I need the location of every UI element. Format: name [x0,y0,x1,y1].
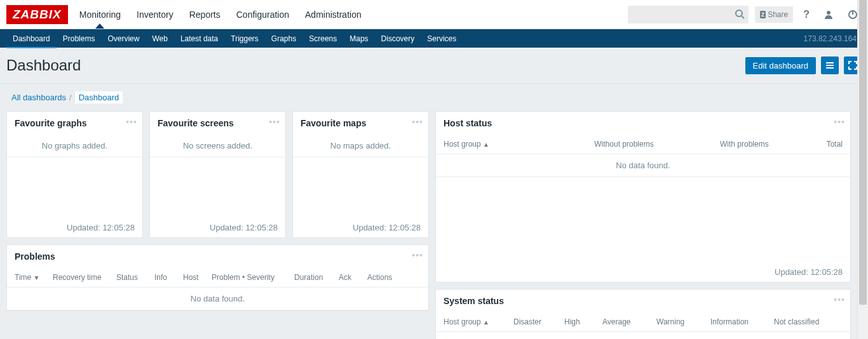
help-icon[interactable]: ? [799,6,813,23]
svg-rect-7 [826,67,834,69]
head-actions: Edit dashboard [745,56,862,74]
topnav-inventory[interactable]: Inventory [137,1,173,28]
subnav-screens[interactable]: Screens [302,29,343,48]
sub-bar: Dashboard Problems Overview Web Latest d… [0,29,868,48]
widget-updated: Updated: 12:05:28 [436,262,850,282]
search-icon[interactable] [735,9,745,19]
col-disaster[interactable]: Disaster [513,317,564,326]
server-ip: 173.82.243.164 [804,34,862,43]
col-duration[interactable]: Duration [294,273,339,282]
svg-point-2 [827,11,831,15]
widget-title: System status [436,289,850,312]
host-table-head: Host group ▲ Without problems With probl… [436,135,850,154]
col-host[interactable]: Host [183,273,212,282]
col-information[interactable]: Information [710,317,774,326]
search-wrap [628,6,749,23]
subnav-problems[interactable]: Problems [57,29,102,48]
breadcrumb-sep: / [66,93,75,102]
breadcrumb-root[interactable]: All dashboards [11,93,66,102]
subnav-discovery[interactable]: Discovery [375,29,421,48]
col-problem-severity[interactable]: Problem • Severity [212,273,294,282]
breadcrumb-current: Dashboard [75,91,123,103]
subnav-overview[interactable]: Overview [101,29,146,48]
col-with-problems[interactable]: With problems [684,140,804,149]
subnav-latest-data[interactable]: Latest data [174,29,224,48]
col-high[interactable]: High [564,317,602,326]
col-without-problems[interactable]: Without problems [564,140,684,149]
widget-menu-icon[interactable]: ••• [412,117,423,127]
widget-system-status: ••• System status Host group ▲ Disaster … [435,289,851,339]
widget-fav-graphs: ••• Favourite graphs No graphs added. Up… [6,111,143,238]
widget-menu-icon[interactable]: ••• [269,117,280,127]
widget-menu-icon[interactable]: ••• [126,117,137,127]
problems-table-head: Time ▼ Recovery time Status Info Host Pr… [7,268,428,288]
topnav-administration[interactable]: Administration [305,1,362,28]
fav-row: ••• Favourite graphs No graphs added. Up… [6,111,429,238]
col-actions[interactable]: Actions [367,273,392,282]
subnav-maps[interactable]: Maps [343,29,374,48]
sub-nav: Dashboard Problems Overview Web Latest d… [6,29,804,48]
dashboard-grid: ••• Favourite graphs No graphs added. Up… [0,111,868,339]
system-table-head: Host group ▲ Disaster High Average Warni… [436,312,850,332]
dashboard-list-button[interactable] [821,56,839,74]
col-average[interactable]: Average [602,317,656,326]
scrollbar-thumb[interactable] [859,0,867,305]
topnav-reports[interactable]: Reports [189,1,220,28]
col-status[interactable]: Status [116,273,154,282]
top-bar: ZABBIX Monitoring Inventory Reports Conf… [0,0,868,29]
right-column: ••• Host status Host group ▲ Without pro… [435,111,851,339]
share-button[interactable]: Z Share [755,6,794,23]
top-nav: Monitoring Inventory Reports Configurati… [79,1,628,28]
subnav-services[interactable]: Services [421,29,463,48]
col-info[interactable]: Info [154,273,183,282]
widget-empty: No screens added. [150,135,285,157]
svg-line-1 [742,16,744,18]
widget-menu-icon[interactable]: ••• [412,250,423,260]
widget-title: Favourite maps [293,112,428,135]
sort-asc-icon: ▲ [483,141,489,148]
scrollbar[interactable] [857,0,868,339]
subnav-web[interactable]: Web [146,29,173,48]
page-head: Dashboard Edit dashboard [0,48,868,84]
widget-title: Problems [7,245,428,268]
search-input[interactable] [628,6,749,23]
subnav-graphs[interactable]: Graphs [265,29,302,48]
col-ack[interactable]: Ack [339,273,367,282]
widget-updated: Updated: 12:05:28 [7,218,142,237]
subnav-triggers[interactable]: Triggers [224,29,265,48]
breadcrumb: All dashboards / Dashboard [0,84,868,111]
logo[interactable]: ZABBIX [6,5,68,24]
svg-rect-6 [826,65,834,66]
page-title: Dashboard [6,56,745,74]
share-label: Share [768,10,788,19]
widget-problems: ••• Problems Time ▼ Recovery time Status… [6,244,429,311]
widget-menu-icon[interactable]: ••• [834,295,845,305]
col-warning[interactable]: Warning [656,317,710,326]
widget-title: Host status [436,112,850,135]
widget-title: Favourite screens [150,112,285,135]
user-icon[interactable] [820,7,837,22]
topnav-configuration[interactable]: Configuration [236,1,289,28]
col-recovery[interactable]: Recovery time [53,273,116,282]
edit-dashboard-button[interactable]: Edit dashboard [745,57,816,74]
problems-nodata: No data found. [7,288,428,310]
col-time[interactable]: Time ▼ [15,273,53,282]
col-host-group[interactable]: Host group ▲ [444,317,513,326]
col-not-classified[interactable]: Not classified [774,317,819,326]
col-total[interactable]: Total [804,140,843,149]
system-nodata: No data found. [436,332,850,339]
widget-fav-screens: ••• Favourite screens No screens added. … [149,111,286,238]
host-nodata: No data found. [436,154,850,177]
widget-menu-icon[interactable]: ••• [834,117,845,127]
svg-rect-5 [826,62,834,63]
left-column: ••• Favourite graphs No graphs added. Up… [6,111,429,339]
widget-fav-maps: ••• Favourite maps No maps added. Update… [292,111,429,238]
widget-title: Favourite graphs [7,112,142,135]
widget-updated: Updated: 12:05:28 [150,218,285,237]
col-host-group[interactable]: Host group ▲ [444,140,564,149]
subnav-dashboard[interactable]: Dashboard [6,29,57,48]
widget-empty: No maps added. [293,135,428,157]
widget-host-status: ••• Host status Host group ▲ Without pro… [435,111,851,282]
topnav-monitoring[interactable]: Monitoring [79,1,121,28]
sort-desc-icon: ▼ [34,274,40,281]
